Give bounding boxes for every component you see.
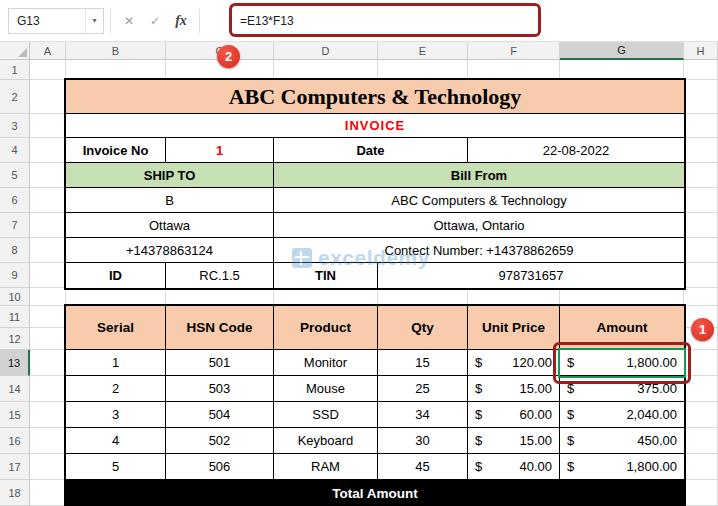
cell-unit-price[interactable]: $ 40.00 [468, 454, 560, 479]
invoice-subtitle[interactable]: INVOICE [66, 114, 684, 138]
header-hsn-code[interactable]: HSN Code [166, 306, 274, 349]
cell-qty[interactable]: 34 [378, 402, 468, 427]
currency-symbol: $ [475, 459, 482, 474]
id-value[interactable]: RC.1.5 [166, 263, 274, 288]
bill-from-name[interactable]: ABC Computers & Technology [274, 188, 684, 212]
amount-value: 1,800.00 [626, 355, 677, 370]
name-box[interactable]: G13 ▾ [8, 8, 104, 34]
cell-hsn[interactable]: 503 [166, 376, 274, 401]
column-header-d[interactable]: D [274, 42, 378, 60]
row-header-15[interactable]: 15 [0, 402, 30, 428]
row-header-10[interactable]: 10 [0, 288, 30, 306]
column-header-h[interactable]: H [684, 42, 718, 60]
id-label[interactable]: ID [66, 263, 166, 288]
bill-from-phone[interactable]: Contect Number: +14378862659 [274, 238, 684, 262]
cell-unit-price[interactable]: $ 60.00 [468, 402, 560, 427]
row-header-18[interactable]: 18 [0, 480, 30, 506]
unit-price-value: 40.00 [519, 459, 552, 474]
header-serial[interactable]: Serial [66, 306, 166, 349]
formula-input[interactable]: =E13*F13 [206, 8, 718, 34]
row-header-12[interactable]: 12 [0, 328, 30, 350]
cell-hsn[interactable]: 502 [166, 428, 274, 453]
tin-value[interactable]: 978731657 [378, 263, 684, 288]
row-header-9[interactable]: 9 [0, 263, 30, 288]
spreadsheet-grid[interactable]: ABC Computers & Technology INVOICE Invoi… [30, 60, 718, 506]
row-header-7[interactable]: 7 [0, 213, 30, 238]
cell-product[interactable]: RAM [274, 454, 378, 479]
column-header-g[interactable]: G [560, 42, 684, 60]
bill-from-city[interactable]: Ottawa, Ontario [274, 213, 684, 237]
bill-from-label[interactable]: Bill From [274, 163, 684, 187]
date-value[interactable]: 22-08-2022 [468, 138, 684, 162]
row-header-14[interactable]: 14 [0, 376, 30, 402]
cell-product[interactable]: SSD [274, 402, 378, 427]
cell-qty[interactable]: 25 [378, 376, 468, 401]
currency-symbol: $ [475, 355, 482, 370]
cell-hsn[interactable]: 504 [166, 402, 274, 427]
invoice-no-row: Invoice No 1 Date 22-08-2022 [66, 138, 684, 163]
row-header-3[interactable]: 3 [0, 114, 30, 138]
row-header-16[interactable]: 16 [0, 428, 30, 454]
cell-serial[interactable]: 2 [66, 376, 166, 401]
invoice-company-title[interactable]: ABC Computers & Technology [66, 80, 684, 114]
unit-price-value: 15.00 [519, 381, 552, 396]
row-header-17[interactable]: 17 [0, 454, 30, 480]
cell-qty[interactable]: 45 [378, 454, 468, 479]
cell-unit-price[interactable]: $ 120.00 [468, 350, 560, 375]
row-header-13[interactable]: 13 [0, 350, 30, 376]
ship-to-label[interactable]: SHIP TO [66, 163, 274, 187]
row-header-5[interactable]: 5 [0, 163, 30, 188]
ship-to-city[interactable]: Ottawa [66, 213, 274, 237]
row-header-2[interactable]: 2 [0, 80, 30, 114]
header-qty[interactable]: Qty [378, 306, 468, 349]
total-amount-row[interactable]: Total Amount [66, 480, 684, 506]
invoice-no-value[interactable]: 1 [166, 138, 274, 162]
row-header-4[interactable]: 4 [0, 138, 30, 163]
column-header-a[interactable]: A [30, 42, 66, 60]
cancel-icon[interactable]: ✕ [117, 9, 141, 33]
divider [110, 9, 111, 33]
column-header-f[interactable]: F [468, 42, 560, 60]
header-product[interactable]: Product [274, 306, 378, 349]
cell-hsn[interactable]: 506 [166, 454, 274, 479]
name-box-value: G13 [9, 14, 85, 28]
cell-qty[interactable]: 15 [378, 350, 468, 375]
cell-amount[interactable]: $ 1,800.00 [560, 454, 684, 479]
cell-product[interactable]: Keyboard [274, 428, 378, 453]
ship-to-phone[interactable]: +14378863124 [66, 238, 274, 262]
cell-serial[interactable]: 3 [66, 402, 166, 427]
row-header-8[interactable]: 8 [0, 238, 30, 263]
date-label[interactable]: Date [274, 138, 468, 162]
cell-amount[interactable]: $ 450.00 [560, 428, 684, 453]
annotation-badge-2: 2 [217, 45, 240, 68]
cell-product[interactable]: Mouse [274, 376, 378, 401]
cell-serial[interactable]: 4 [66, 428, 166, 453]
header-amount[interactable]: Amount [560, 306, 684, 349]
amount-value: 450.00 [637, 433, 677, 448]
name-box-dropdown-icon[interactable]: ▾ [85, 9, 103, 33]
cell-amount-g13[interactable]: $ 1,800.00 [560, 350, 684, 375]
cell-qty[interactable]: 30 [378, 428, 468, 453]
select-all-corner[interactable] [0, 42, 30, 60]
row-header-6[interactable]: 6 [0, 188, 30, 213]
address-row: Ottawa Ottawa, Ontario [66, 213, 684, 238]
invoice-no-label[interactable]: Invoice No [66, 138, 166, 162]
insert-function-icon[interactable]: fx [169, 9, 193, 33]
column-header-b[interactable]: B [66, 42, 166, 60]
cell-product[interactable]: Monitor [274, 350, 378, 375]
cell-hsn[interactable]: 501 [166, 350, 274, 375]
cell-serial[interactable]: 5 [66, 454, 166, 479]
row-header-1[interactable]: 1 [0, 60, 30, 80]
ship-to-name[interactable]: B [66, 188, 274, 212]
cell-amount[interactable]: $ 375.00 [560, 376, 684, 401]
enter-icon[interactable]: ✓ [143, 9, 167, 33]
header-unit-price[interactable]: Unit Price [468, 306, 560, 349]
cell-serial[interactable]: 1 [66, 350, 166, 375]
column-header-e[interactable]: E [378, 42, 468, 60]
row-header-11[interactable]: 11 [0, 306, 30, 328]
formula-buttons: ✕ ✓ fx [117, 9, 193, 33]
cell-unit-price[interactable]: $ 15.00 [468, 428, 560, 453]
tin-label[interactable]: TIN [274, 263, 378, 288]
cell-unit-price[interactable]: $ 15.00 [468, 376, 560, 401]
cell-amount[interactable]: $ 2,040.00 [560, 402, 684, 427]
